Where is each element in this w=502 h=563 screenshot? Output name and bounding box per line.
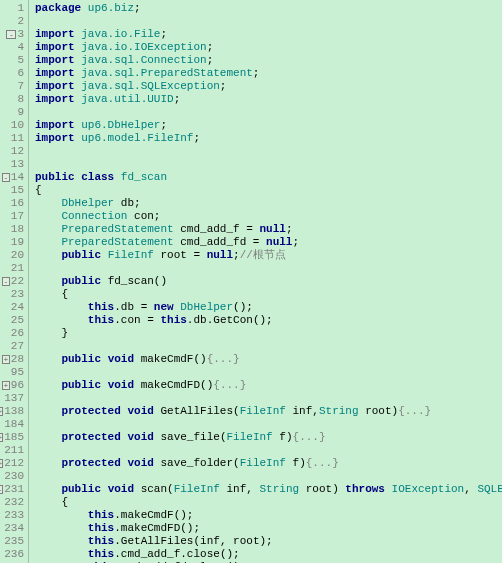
code-line: protected void save_folder(FileInf f){..… (35, 457, 502, 470)
code-line: Connection con; (35, 210, 502, 223)
line-number: 21 (2, 262, 24, 275)
line-number: +212 (2, 457, 24, 470)
fold-toggle-icon[interactable]: + (2, 381, 10, 390)
line-number: 235 (2, 535, 24, 548)
code-line: import java.io.IOException; (35, 41, 502, 54)
code-line: PreparedStatement cmd_add_f = null; (35, 223, 502, 236)
code-line: protected void save_file(FileInf f){...} (35, 431, 502, 444)
line-number: -3 (2, 28, 24, 41)
line-number: 15 (2, 184, 24, 197)
line-number: 24 (2, 301, 24, 314)
code-line (35, 340, 502, 353)
code-area[interactable]: package up6.biz; import java.io.File; im… (29, 0, 502, 563)
line-number: 16 (2, 197, 24, 210)
line-number: +138 (2, 405, 24, 418)
code-line: protected void GetAllFiles(FileInf inf,S… (35, 405, 502, 418)
line-number: 184 (2, 418, 24, 431)
code-line: this.cmd_add_f.close(); (35, 548, 502, 561)
code-line: import java.sql.PreparedStatement; (35, 67, 502, 80)
line-number: -14 (2, 171, 24, 184)
line-number: 234 (2, 522, 24, 535)
fold-toggle-icon[interactable]: + (0, 433, 3, 442)
code-line: this.makeCmdFD(); (35, 522, 502, 535)
fold-toggle-icon[interactable]: - (0, 485, 3, 494)
line-number: 95 (2, 366, 24, 379)
code-editor: 1 2 -3 4 5 6 7 8 9 10 11 12 13 -14 15 16… (0, 0, 502, 563)
code-line: import up6.model.FileInf; (35, 132, 502, 145)
code-line (35, 158, 502, 171)
line-number: 236 (2, 548, 24, 561)
code-line (35, 15, 502, 28)
line-number: -231 (2, 483, 24, 496)
line-number: 19 (2, 236, 24, 249)
code-line: package up6.biz; (35, 2, 502, 15)
code-line (35, 262, 502, 275)
line-number: 18 (2, 223, 24, 236)
code-line: import up6.DbHelper; (35, 119, 502, 132)
code-line: public void makeCmdFD(){...} (35, 379, 502, 392)
code-line: public FileInf root = null;//根节点 (35, 249, 502, 262)
code-line: { (35, 496, 502, 509)
line-number: 11 (2, 132, 24, 145)
line-number: 20 (2, 249, 24, 262)
code-line (35, 392, 502, 405)
line-number: +28 (2, 353, 24, 366)
line-number: 17 (2, 210, 24, 223)
line-number: 4 (2, 41, 24, 54)
code-line (35, 470, 502, 483)
code-line: import java.sql.Connection; (35, 54, 502, 67)
code-line: DbHelper db; (35, 197, 502, 210)
code-line: public fd_scan() (35, 275, 502, 288)
code-line (35, 366, 502, 379)
line-number: 26 (2, 327, 24, 340)
code-line (35, 444, 502, 457)
code-line (35, 106, 502, 119)
code-line: public void makeCmdF(){...} (35, 353, 502, 366)
line-number: 9 (2, 106, 24, 119)
code-line: this.GetAllFiles(inf, root); (35, 535, 502, 548)
line-number: 7 (2, 80, 24, 93)
line-number: 8 (2, 93, 24, 106)
code-line: import java.util.UUID; (35, 93, 502, 106)
line-number: 137 (2, 392, 24, 405)
code-line: PreparedStatement cmd_add_fd = null; (35, 236, 502, 249)
fold-toggle-icon[interactable]: - (2, 173, 10, 182)
line-number: 211 (2, 444, 24, 457)
code-line: { (35, 184, 502, 197)
code-line: import java.io.File; (35, 28, 502, 41)
line-number: 232 (2, 496, 24, 509)
fold-toggle-icon[interactable]: - (2, 277, 10, 286)
line-number: 10 (2, 119, 24, 132)
line-number: 25 (2, 314, 24, 327)
code-line: } (35, 327, 502, 340)
code-line: this.db = new DbHelper(); (35, 301, 502, 314)
line-number-gutter: 1 2 -3 4 5 6 7 8 9 10 11 12 13 -14 15 16… (0, 0, 29, 563)
line-number: 1 (2, 2, 24, 15)
code-line (35, 418, 502, 431)
line-number: 5 (2, 54, 24, 67)
line-number: -22 (2, 275, 24, 288)
code-line: this.makeCmdF(); (35, 509, 502, 522)
line-number: 233 (2, 509, 24, 522)
fold-toggle-icon[interactable]: + (2, 355, 10, 364)
line-number: 2 (2, 15, 24, 28)
fold-toggle-icon[interactable]: + (0, 459, 3, 468)
line-number: 230 (2, 470, 24, 483)
line-number: +185 (2, 431, 24, 444)
fold-toggle-icon[interactable]: - (6, 30, 16, 39)
code-line: public class fd_scan (35, 171, 502, 184)
code-line: public void scan(FileInf inf, String roo… (35, 483, 502, 496)
code-line (35, 145, 502, 158)
line-number: 13 (2, 158, 24, 171)
line-number: 12 (2, 145, 24, 158)
fold-toggle-icon[interactable]: + (0, 407, 3, 416)
line-number: +96 (2, 379, 24, 392)
line-number: 23 (2, 288, 24, 301)
code-line: this.con = this.db.GetCon(); (35, 314, 502, 327)
code-line: { (35, 288, 502, 301)
line-number: 27 (2, 340, 24, 353)
code-line: import java.sql.SQLException; (35, 80, 502, 93)
line-number: 6 (2, 67, 24, 80)
